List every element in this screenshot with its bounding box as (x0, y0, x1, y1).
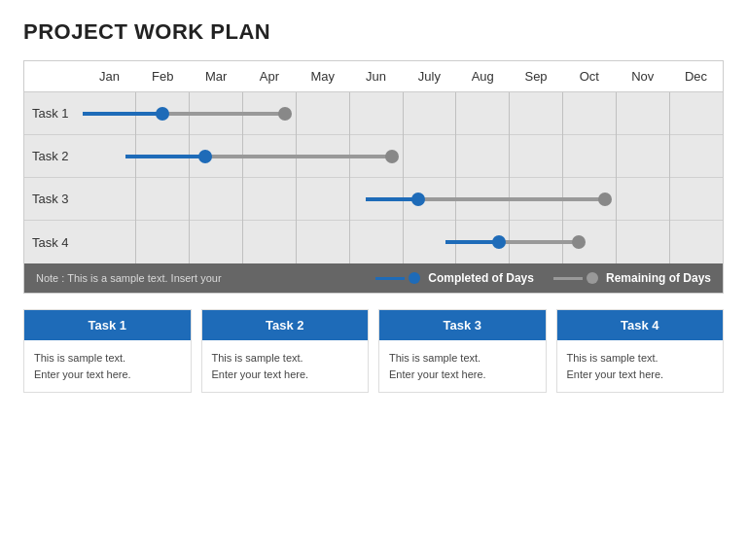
gantt-row-1: Task 1 (24, 92, 723, 135)
dot-remaining-2 (385, 150, 399, 163)
grid-line-5 (350, 221, 404, 263)
legend-completed-dot (409, 272, 420, 284)
gantt-row-4: Task 4 (24, 221, 723, 263)
grid-line-6 (404, 135, 457, 178)
gantt-area-1 (83, 92, 723, 135)
remaining-bar-3 (418, 197, 605, 201)
month-aug: Aug (456, 67, 510, 86)
grid-line-1 (136, 221, 190, 263)
grid-line-11 (670, 135, 723, 178)
task-card-header-2: Task 2 (202, 310, 369, 340)
row-label-4: Task 4 (24, 235, 83, 250)
month-apr: Apr (242, 67, 296, 86)
month-feb: Feb (136, 67, 190, 86)
grid-line-2 (190, 221, 243, 263)
gantt-row-2: Task 2 (24, 135, 723, 178)
grid-line-4 (297, 178, 350, 221)
grid-line-3 (243, 221, 297, 263)
legend-remaining-line (553, 272, 598, 284)
dot-remaining-1 (278, 107, 292, 121)
task-card-3: Task 3This is sample text.Enter your tex… (378, 309, 547, 393)
month-mar: Mar (190, 67, 243, 86)
completed-bar-1 (83, 112, 162, 116)
grid-line-5 (350, 92, 404, 135)
month-jun: Jun (349, 67, 403, 86)
dot-completed-3 (411, 192, 425, 206)
gantt-area-3 (83, 178, 723, 221)
grid-line-0 (83, 178, 136, 221)
dot-completed-4 (492, 235, 506, 249)
completed-bar-2 (125, 155, 205, 158)
gantt-legend: Note : This is a sample text. Insert you… (24, 263, 723, 293)
page-title: PROJECT WORK PLAN (23, 19, 724, 45)
dot-remaining-4 (572, 235, 586, 249)
task-card-body-1: This is sample text.Enter your text here… (24, 340, 191, 392)
grid-line-4 (297, 92, 350, 135)
grid-line-8 (510, 92, 563, 135)
grid-line-10 (617, 221, 670, 263)
legend-note: Note : This is a sample text. Insert you… (36, 272, 356, 284)
task-card-body-3: This is sample text.Enter your text here… (379, 340, 546, 392)
gantt-header: JanFebMarAprMayJunJulyAugSepOctNovDec (24, 61, 723, 92)
legend-completed-bar (375, 277, 405, 280)
grid-line-11 (670, 221, 723, 263)
grid-line-10 (617, 92, 670, 135)
completed-bar-3 (366, 197, 419, 201)
month-jan: Jan (83, 67, 136, 86)
task-card-header-1: Task 1 (24, 310, 191, 340)
legend-remaining-dot (587, 272, 598, 284)
grid-line-7 (456, 135, 510, 178)
row-label-1: Task 1 (24, 106, 83, 121)
legend-completed: Completed of Days (375, 271, 534, 285)
dot-remaining-3 (598, 192, 612, 206)
task-card-header-3: Task 3 (379, 310, 546, 340)
month-july: July (403, 67, 456, 86)
task-card-4: Task 4This is sample text.Enter your tex… (556, 309, 725, 393)
remaining-bar-1 (162, 112, 285, 116)
grid-line-4 (297, 221, 350, 263)
month-headers: JanFebMarAprMayJunJulyAugSepOctNovDec (83, 67, 723, 86)
month-sep: Sep (510, 67, 563, 86)
grid-line-1 (136, 178, 190, 221)
legend-remaining: Remaining of Days (553, 271, 711, 285)
grid-line-9 (563, 135, 617, 178)
legend-completed-line (375, 272, 420, 284)
gantt-chart: JanFebMarAprMayJunJulyAugSepOctNovDec Ta… (23, 60, 724, 294)
gantt-area-2 (83, 135, 723, 178)
grid-line-8 (510, 135, 563, 178)
remaining-bar-2 (205, 155, 392, 158)
row-label-2: Task 2 (24, 149, 83, 163)
remaining-bar-4 (499, 240, 579, 244)
grid-line-11 (670, 178, 723, 221)
completed-bar-4 (445, 240, 499, 244)
grid-line-3 (243, 178, 297, 221)
grid-line-6 (404, 92, 457, 135)
month-may: May (296, 67, 349, 86)
grid-line-2 (190, 178, 243, 221)
grid-line-7 (456, 92, 510, 135)
row-label-3: Task 3 (24, 192, 83, 206)
grid-line-9 (563, 92, 617, 135)
legend-remaining-label: Remaining of Days (606, 271, 711, 285)
month-oct: Oct (562, 67, 616, 86)
grid-lines (83, 221, 723, 263)
grid-line-10 (617, 135, 670, 178)
gantt-label-spacer (24, 67, 83, 86)
task-card-body-4: This is sample text.Enter your text here… (557, 340, 724, 392)
task-card-1: Task 1This is sample text.Enter your tex… (23, 309, 192, 393)
task-card-body-2: This is sample text.Enter your text here… (202, 340, 369, 392)
dot-completed-1 (156, 107, 169, 121)
task-cards: Task 1This is sample text.Enter your tex… (23, 309, 724, 393)
task-card-header-4: Task 4 (557, 310, 724, 340)
gantt-body: Task 1Task 2Task 3Task 4 (24, 92, 723, 263)
gantt-row-3: Task 3 (24, 178, 723, 221)
legend-completed-label: Completed of Days (428, 271, 534, 285)
legend-remaining-bar (553, 277, 583, 280)
dot-completed-2 (198, 150, 212, 163)
month-dec: Dec (669, 67, 723, 86)
grid-line-11 (670, 92, 723, 135)
task-card-2: Task 2This is sample text.Enter your tex… (201, 309, 370, 393)
grid-line-10 (617, 178, 670, 221)
gantt-area-4 (83, 221, 723, 263)
grid-line-0 (83, 221, 136, 263)
